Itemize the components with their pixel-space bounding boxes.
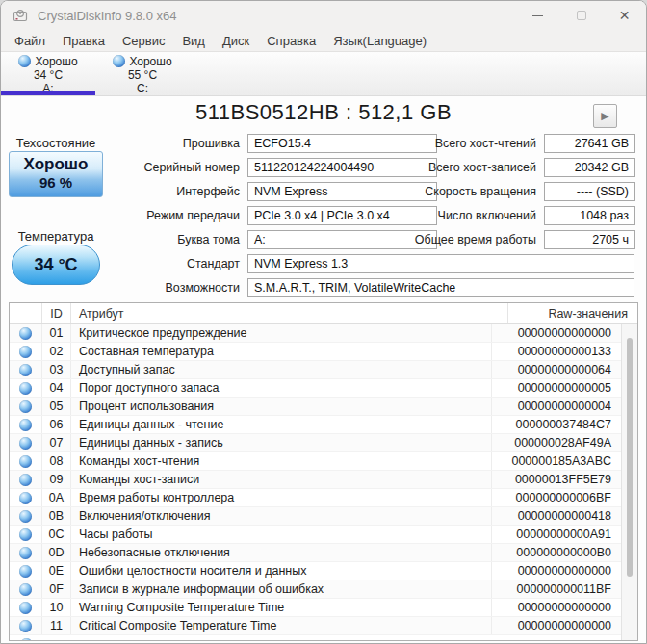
row-id-cell: 10 xyxy=(42,599,71,616)
stat-value: 20342 GB xyxy=(544,158,635,177)
table-row[interactable]: 08 Команды хост-чтения 000000185A3ABC xyxy=(10,452,621,471)
menu-item[interactable]: Диск xyxy=(214,32,258,50)
row-raw-cell: 00000000000000 xyxy=(491,562,621,580)
row-status-cell xyxy=(10,343,42,360)
row-attribute-cell: Часы работы xyxy=(71,526,491,543)
disk-tab[interactable]: Хорошо 34 °C A: xyxy=(1,52,95,95)
row-attribute-cell: Доступный запас xyxy=(71,361,491,378)
row-status-cell xyxy=(10,562,42,580)
header-attribute-col[interactable]: Атрибут xyxy=(71,303,507,323)
menu-item[interactable]: Язык(Language) xyxy=(324,32,435,50)
smart-attribute-table: ID Атрибут Raw-значения 01 Критическое п… xyxy=(9,302,638,641)
row-id-cell: 03 xyxy=(42,361,71,378)
status-orb-icon xyxy=(19,510,32,523)
row-id-cell: 02 xyxy=(42,343,71,360)
row-status-cell xyxy=(10,544,42,561)
next-disk-button[interactable]: ▶ xyxy=(593,104,617,128)
row-status-cell xyxy=(10,599,42,616)
close-button[interactable]: ✕ xyxy=(603,1,646,30)
status-orb-icon xyxy=(19,437,32,450)
row-status-cell xyxy=(10,489,42,506)
stat-label: Общее время работы xyxy=(382,230,536,249)
table-row[interactable]: 06 Единицы данных - чтение 000000037484C… xyxy=(10,416,621,434)
row-status-cell xyxy=(10,580,42,598)
row-attribute-cell: Команды хост-чтения xyxy=(71,452,491,470)
row-attribute-cell: Критическое предупреждение xyxy=(71,324,491,342)
row-raw-cell: 00000000000A91 xyxy=(491,526,621,543)
app-window: CrystalDiskInfo 9.8.0 x64 ✕ ФайлПравкаСе… xyxy=(0,0,647,644)
table-row[interactable]: 09 Команды хост-записи 00000013FF5E79 xyxy=(10,471,621,489)
minimize-button[interactable] xyxy=(516,1,559,30)
row-status-cell xyxy=(10,507,42,525)
table-row[interactable]: 02 Составная температура 00000000000133 xyxy=(10,343,621,361)
stat-row: Всего хост-записей 20342 GB xyxy=(1,158,646,177)
row-id-cell: 05 xyxy=(42,398,71,415)
maximize-button[interactable] xyxy=(559,1,603,30)
status-orb-icon xyxy=(19,620,32,632)
menu-item[interactable]: Вид xyxy=(173,32,214,50)
table-row[interactable]: 01 Критическое предупреждение 0000000000… xyxy=(10,324,621,343)
row-id-cell: 08 xyxy=(42,452,71,470)
table-row[interactable]: 11 Critical Composite Temperature Time 0… xyxy=(10,617,621,635)
table-row[interactable]: 10 Warning Composite Temperature Time 00… xyxy=(10,599,621,617)
table-row[interactable]: 04 Порог доступного запаса 0000000000000… xyxy=(10,379,621,398)
row-status-cell xyxy=(10,398,42,415)
header-id-col[interactable]: ID xyxy=(42,303,71,323)
row-status-cell xyxy=(10,617,42,634)
row-id-cell: 0D xyxy=(42,544,71,561)
status-orb-icon xyxy=(19,364,32,376)
table-body: 01 Критическое предупреждение 0000000000… xyxy=(10,324,621,640)
status-orb-icon xyxy=(19,419,32,431)
row-status-cell xyxy=(10,324,42,342)
disk-tab[interactable]: Хорошо 55 °C C: xyxy=(95,52,190,95)
row-raw-cell: 000000028AF49A xyxy=(491,434,621,451)
menu-item[interactable]: Справка xyxy=(258,32,324,50)
row-raw-cell: 000000000006BF xyxy=(491,489,621,506)
app-icon xyxy=(13,8,30,23)
row-attribute-cell: Записи в журнале информации об ошибках xyxy=(71,580,491,598)
row-status-cell xyxy=(10,361,42,378)
table-scrollbar[interactable] xyxy=(621,324,637,640)
header-status-col xyxy=(10,303,42,323)
table-row[interactable]: 0C Часы работы 00000000000A91 xyxy=(10,526,621,544)
row-id-cell: 0E xyxy=(42,562,71,580)
status-orb-icon xyxy=(19,346,32,358)
row-raw-cell: 000000185A3ABC xyxy=(491,452,621,470)
row-attribute-cell: Включения/отключения xyxy=(71,507,491,525)
table-row[interactable]: 05 Процент использования 00000000000004 xyxy=(10,398,621,416)
table-row[interactable]: 0A Время работы контроллера 000000000006… xyxy=(10,489,621,507)
row-status-cell xyxy=(10,526,42,543)
table-row[interactable]: 0E Ошибки целостности носителя и данных … xyxy=(10,562,621,580)
menu-item[interactable]: Файл xyxy=(6,32,54,50)
row-status-cell xyxy=(10,416,42,433)
table-row-partial xyxy=(10,635,621,640)
stat-row: Всего хост-чтений 27641 GB xyxy=(1,134,646,153)
status-orb-icon xyxy=(19,528,32,541)
minimize-icon xyxy=(532,15,543,16)
menu-item[interactable]: Правка xyxy=(54,32,114,50)
info-field-row: Стандарт NVM Express 1.3 xyxy=(1,254,646,273)
row-attribute-cell: Warning Composite Temperature Time xyxy=(71,599,491,616)
header-raw-col[interactable]: Raw-значения xyxy=(507,303,637,323)
table-scrollbar-thumb[interactable] xyxy=(627,338,633,577)
status-orb-icon xyxy=(19,455,32,468)
row-attribute-cell: Critical Composite Temperature Time xyxy=(71,617,491,634)
info-field-value: NVM Express 1.3 xyxy=(247,254,634,273)
stat-value: ---- (SSD) xyxy=(544,182,635,201)
stat-value: 27641 GB xyxy=(544,134,635,153)
row-attribute-cell: Единицы данных - запись xyxy=(71,434,491,451)
main-panel: 511BS0512HB : 512,1 GB ▶ Техсостояние Хо… xyxy=(1,96,646,643)
table-row[interactable]: 0D Небезопасные отключения 000000000000B… xyxy=(10,544,621,562)
table-row[interactable]: 0F Записи в журнале информации об ошибка… xyxy=(10,580,621,599)
table-row[interactable]: 0B Включения/отключения 00000000000418 xyxy=(10,507,621,526)
info-field-value: S.M.A.R.T., TRIM, VolatileWriteCache xyxy=(247,278,634,297)
table-header: ID Атрибут Raw-значения xyxy=(10,303,637,324)
menu-item[interactable]: Сервис xyxy=(114,32,174,50)
row-id-cell: 07 xyxy=(42,434,71,451)
tab-status-label: Хорошо xyxy=(35,55,77,68)
status-orb-icon xyxy=(19,400,32,413)
table-row[interactable]: 07 Единицы данных - запись 000000028AF49… xyxy=(10,434,621,452)
info-field-label: Возможности xyxy=(76,278,240,297)
status-orb-icon xyxy=(19,327,32,340)
table-row[interactable]: 03 Доступный запас 00000000000064 xyxy=(10,361,621,379)
